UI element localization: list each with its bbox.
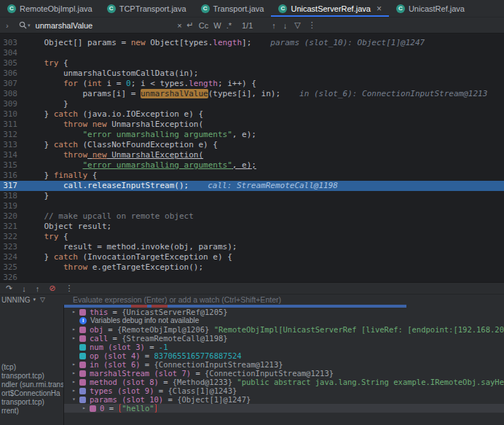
line-number: 313 bbox=[0, 140, 25, 150]
search-icon: ▾ bbox=[19, 21, 31, 29]
filter-search-icon[interactable]: ▽ bbox=[294, 20, 300, 30]
stack-frame[interactable]: ndler (sun.rmi.trans bbox=[0, 381, 63, 389]
line-number: 322 bbox=[0, 232, 25, 242]
chevron-right-icon[interactable]: ▸ bbox=[70, 308, 78, 316]
expand-replace-chevron-icon[interactable]: › bbox=[6, 21, 12, 30]
chevron-right-icon[interactable]: ▸ bbox=[70, 334, 78, 343]
variable-row[interactable]: ▸marshalStream (slot_7) = {ConnectionInp… bbox=[64, 369, 504, 378]
variable-row[interactable]: ▸in (slot_6) = {ConnectionInputStream@12… bbox=[64, 360, 504, 369]
tab-TCPTransport.java[interactable]: CTCPTransport.java bbox=[100, 0, 194, 17]
variable-value: "hello" bbox=[119, 404, 156, 413]
equals-sign: = bbox=[159, 378, 173, 386]
variable-row[interactable]: ▸call = {StreamRemoteCall@1198} bbox=[64, 334, 504, 343]
line-number: 314 bbox=[0, 150, 25, 160]
thread-status[interactable]: UNNING ▾ ▽ bbox=[0, 296, 64, 304]
variable-primitive-icon bbox=[79, 353, 86, 359]
code-line: 318 } bbox=[0, 191, 504, 201]
variable-row[interactable]: ▸this = {UnicastServerRef@1205} bbox=[64, 308, 504, 316]
java-class-icon: C bbox=[396, 4, 405, 13]
match-case-toggle[interactable]: Cc bbox=[199, 21, 208, 30]
variable-row[interactable]: ▸obj = {RemoteObjImpl@1206} "RemoteObjIm… bbox=[64, 325, 504, 334]
chevron-right-icon[interactable]: ▸ bbox=[70, 369, 78, 378]
code-line: 305 try { bbox=[0, 58, 504, 69]
no-chevron bbox=[70, 351, 78, 360]
stack-frame[interactable]: ort$ConnectionHa bbox=[0, 389, 63, 398]
evaluate-row: UNNING ▾ ▽ Evaluate expression (Enter) o… bbox=[0, 294, 504, 305]
java-class-icon: C bbox=[278, 4, 287, 13]
debug-info-row[interactable]: iVariables debug info not available bbox=[64, 316, 504, 325]
code-line: 307 for (int i = 0; i < types.length; i+… bbox=[0, 79, 504, 89]
mute-breakpoints-icon[interactable]: ⊘ bbox=[49, 284, 55, 293]
variable-object-icon bbox=[79, 362, 86, 368]
clear-search-icon[interactable]: × bbox=[177, 21, 181, 30]
chevron-right-icon[interactable]: ▸ bbox=[70, 325, 78, 334]
variable-object-icon bbox=[90, 405, 96, 412]
java-class-icon: C bbox=[201, 4, 210, 13]
variable-row[interactable]: ▾params (slot_10) = {Object[1]@1247} bbox=[64, 395, 504, 404]
step-into-icon[interactable]: ↓ bbox=[22, 284, 26, 293]
frames-list: (tcp)transport.tcp)ndler (sun.rmi.transo… bbox=[0, 363, 63, 416]
no-chevron bbox=[70, 343, 78, 351]
variable-row[interactable]: op (slot_4) = 8370655165776887524 bbox=[64, 351, 504, 360]
variable-name: method (slot_8) bbox=[90, 378, 159, 386]
chevron-right-icon[interactable]: ▸ bbox=[70, 386, 78, 395]
code-line: 321 Object result; bbox=[0, 222, 504, 232]
variable-value: {RemoteObjImpl@1206} bbox=[117, 325, 214, 334]
line-number: 303 bbox=[0, 38, 25, 48]
evaluate-expression-input[interactable]: Evaluate expression (Enter) or add a wat… bbox=[64, 295, 504, 304]
step-over-icon[interactable]: ↷ bbox=[6, 284, 12, 293]
newline-icon[interactable]: ↵ bbox=[187, 20, 194, 30]
variable-value: {StreamRemoteCall@1198} bbox=[122, 334, 227, 343]
next-match-icon[interactable]: ↓ bbox=[283, 21, 288, 30]
variable-name: call bbox=[90, 334, 108, 343]
step-out-icon[interactable]: ↑ bbox=[36, 284, 40, 293]
line-number: 311 bbox=[0, 120, 25, 130]
more-actions-icon[interactable]: ⋮ bbox=[65, 284, 73, 293]
inline-debug-hint: call: StreamRemoteCall@1198 bbox=[208, 181, 338, 190]
stack-frame[interactable]: (tcp) bbox=[0, 363, 63, 372]
variable-row[interactable]: num (slot_3) = -1 bbox=[64, 343, 504, 351]
more-options-icon[interactable]: ⋮ bbox=[308, 20, 316, 30]
words-toggle[interactable]: W bbox=[213, 21, 221, 30]
stack-frame[interactable]: transport.tcp) bbox=[0, 398, 63, 407]
tab-Transport.java[interactable]: CTransport.java bbox=[194, 0, 272, 17]
close-tab-icon[interactable]: × bbox=[377, 4, 382, 13]
variable-value: "RemoteObjImpl[UnicastServerRef [liveRef… bbox=[214, 325, 504, 334]
code-editor[interactable]: 303 Object[] params = new Object[types.l… bbox=[0, 34, 504, 282]
tab-UnicastRef.java[interactable]: CUnicastRef.java bbox=[389, 0, 472, 17]
tab-RemoteObjImpl.java[interactable]: CRemoteObjImpl.java bbox=[0, 0, 100, 17]
stack-frame[interactable]: transport.tcp) bbox=[0, 372, 63, 381]
regex-toggle[interactable]: .* bbox=[227, 21, 232, 30]
filter-threads-icon[interactable]: ▽ bbox=[40, 296, 45, 303]
chevron-down-icon[interactable]: ▾ bbox=[70, 395, 78, 404]
line-number: 320 bbox=[0, 211, 25, 222]
tab-UnicastServerRef.java[interactable]: CUnicastServerRef.java× bbox=[271, 0, 388, 17]
variable-value: 8370655165776887524 bbox=[154, 351, 242, 360]
variable-value: {Object[1]@1247} bbox=[177, 395, 251, 404]
variable-array-icon bbox=[79, 388, 86, 394]
code-line: 315 "error unmarshalling arguments", e); bbox=[0, 160, 504, 171]
code-line: 306 unmarshalCustomCallData(in); bbox=[0, 69, 504, 79]
variable-primitive-icon bbox=[79, 344, 86, 351]
tab-label: UnicastServerRef.java bbox=[291, 4, 370, 13]
chevron-right-icon[interactable]: ▸ bbox=[80, 404, 88, 413]
variable-array-icon bbox=[79, 397, 86, 403]
stack-frame[interactable]: rrent) bbox=[0, 407, 63, 416]
variable-row[interactable]: ▸types (slot_9) = {Class[1]@1243} bbox=[64, 386, 504, 395]
search-input[interactable]: unmarshalValue bbox=[36, 21, 173, 30]
search-field[interactable]: ▾ unmarshalValue × ↵ Cc W .* bbox=[19, 20, 232, 30]
variable-value: -1 bbox=[159, 343, 168, 351]
variable-value: "public abstract java.lang.String exampl… bbox=[237, 378, 504, 386]
line-number: 305 bbox=[0, 58, 25, 69]
line-number: 307 bbox=[0, 79, 25, 89]
variable-row[interactable]: ▸0 = "hello" bbox=[64, 404, 504, 413]
variable-row[interactable]: ▸method (slot_8) = {Method@1233} "public… bbox=[64, 378, 504, 386]
chevron-right-icon[interactable]: ▸ bbox=[70, 378, 78, 386]
clipped-selected-row[interactable] bbox=[64, 305, 406, 308]
chevron-right-icon[interactable]: ▸ bbox=[70, 360, 78, 369]
prev-match-icon[interactable]: ↑ bbox=[272, 21, 276, 30]
line-number: 319 bbox=[0, 201, 25, 211]
variables-list: ▸this = {UnicastServerRef@1205}iVariable… bbox=[64, 308, 504, 413]
equals-sign: = bbox=[191, 369, 205, 378]
java-class-icon: C bbox=[7, 4, 16, 13]
